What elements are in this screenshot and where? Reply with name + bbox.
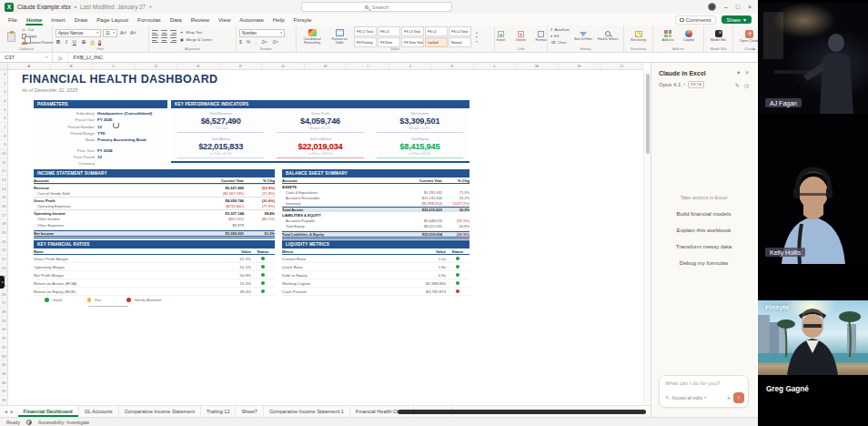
formula-input[interactable]: FXB_LI_INC	[68, 55, 103, 60]
align-top-icon[interactable]	[152, 30, 158, 36]
wrap-text-button[interactable]: ↩Wrap Text	[179, 30, 202, 36]
cell-style-chip[interactable]: FS L3	[378, 26, 400, 36]
cut-button[interactable]: ✂Cut	[22, 27, 53, 33]
row-header[interactable]: 20	[0, 238, 7, 247]
panel-collapse-icon[interactable]: ▾	[737, 69, 740, 76]
row-header[interactable]: 18	[0, 219, 7, 228]
user-avatar[interactable]	[708, 3, 716, 11]
font-name-select[interactable]: Aptos Narrow▾	[56, 29, 101, 37]
cell-style-chip[interactable]: Normal	[449, 37, 471, 47]
vertical-scrollbar-thumb[interactable]	[646, 74, 650, 154]
sheet-tab[interactable]: Financial Dashboard	[18, 406, 79, 417]
row-header[interactable]: 27	[0, 299, 7, 308]
row-header[interactable]: 7	[0, 123, 7, 132]
send-button[interactable]: ↑	[733, 392, 744, 403]
title-chevron-icon[interactable]: ▾	[149, 5, 151, 9]
sheet-tab[interactable]: Comparative Income Statement	[119, 406, 201, 417]
column-header[interactable]: D	[136, 63, 178, 69]
row-header[interactable]: 37	[0, 387, 7, 396]
row-header[interactable]: 19	[0, 228, 7, 238]
align-left-icon[interactable]	[152, 37, 158, 43]
column-header[interactable]: E	[177, 63, 220, 69]
ribbon-tab[interactable]: Page Layout	[92, 14, 133, 25]
model-chevron-icon[interactable]: ▾	[683, 83, 685, 86]
shrink-font-button[interactable]: A˅	[129, 30, 137, 36]
row-header[interactable]: 35	[0, 370, 7, 379]
font-color-button[interactable]: A	[98, 39, 102, 45]
sheet-tab[interactable]: Comparative Income Statement 1	[264, 406, 350, 417]
increase-decimal-button[interactable]: .0˂	[261, 39, 267, 45]
row-header[interactable]: 6	[0, 114, 7, 123]
decrease-decimal-button[interactable]: .0˃	[272, 39, 278, 45]
row-headers[interactable]: 1234567891011121314151617181920212223242…	[0, 70, 8, 405]
column-header[interactable]: I	[347, 63, 389, 69]
column-header[interactable]: F	[220, 63, 263, 69]
accept-edits-dropdown[interactable]: Accept all edits▾	[672, 395, 706, 401]
underline-button[interactable]: U	[72, 39, 77, 45]
ribbon-tab[interactable]: Data	[166, 14, 187, 25]
cell-style-chip[interactable]: FS Sum	[378, 37, 400, 47]
cell-style-chip[interactable]: FS Posting	[354, 37, 377, 47]
column-header[interactable]: J	[389, 63, 432, 69]
gallery-up-icon[interactable]: ▴	[476, 31, 478, 35]
row-header[interactable]: 29	[0, 317, 7, 326]
vertical-scrollbar[interactable]	[643, 70, 651, 405]
conditional-formatting-button[interactable]: Conditional Formatting	[299, 29, 325, 45]
format-as-table-button[interactable]: Format as Table	[328, 29, 351, 45]
fill-button[interactable]: ▾Fill	[550, 34, 570, 39]
suggestion-button[interactable]: Build financial models	[651, 210, 756, 217]
cell-style-chip[interactable]: FS L4 Total	[449, 26, 471, 36]
row-header[interactable]: 38	[0, 396, 7, 405]
ribbon-tab[interactable]: Draw	[70, 14, 92, 25]
number-format-select[interactable]: Number▾	[239, 29, 285, 37]
row-header[interactable]: 30	[0, 325, 7, 334]
model-wiz-button[interactable]: Model Wiz	[711, 30, 727, 42]
new-chat-icon[interactable]: ✎	[735, 82, 740, 88]
attach-button[interactable]: +	[727, 395, 731, 401]
suggestion-button[interactable]: Debug my formulas	[651, 259, 756, 266]
share-button[interactable]: Share▾	[722, 15, 752, 24]
suggestion-button[interactable]: Explain this workbook	[651, 227, 756, 233]
sensitivity-button[interactable]: Sensitivity	[631, 31, 647, 42]
ribbon-tab[interactable]: Automate	[235, 14, 267, 25]
participant-tile-1[interactable]: AJ Fagan	[758, 3, 868, 114]
align-middle-icon[interactable]	[161, 30, 167, 36]
row-header[interactable]: 9	[0, 140, 7, 149]
column-headers[interactable]: ABCDEFGHIJKLMNO	[8, 63, 643, 70]
row-header[interactable]: 11	[0, 158, 7, 167]
addins-button[interactable]: Add-ins	[660, 30, 676, 42]
merge-center-button[interactable]: ▣Merge & Center	[179, 37, 212, 43]
column-header[interactable]: M	[516, 63, 559, 69]
model-selector[interactable]: Opus 4.1	[659, 82, 681, 87]
sheet-tab[interactable]: Trailing 12	[201, 406, 236, 417]
copilot-button[interactable]: Copilot	[681, 30, 697, 42]
open-claude-button[interactable]: ✳Open Claude	[740, 30, 758, 43]
ribbon-tab[interactable]: File	[4, 14, 22, 25]
delete-cells-button[interactable]: ×Delete	[513, 31, 530, 42]
row-header[interactable]: 14	[0, 185, 7, 194]
row-header[interactable]: 15	[0, 193, 7, 202]
column-header[interactable]: L	[474, 63, 517, 69]
participant-tile-3[interactable]: Finsyte Greg Gagné	[758, 267, 868, 426]
participant-tile-2[interactable]: Kelly Hollis	[758, 117, 868, 264]
sheet-tab[interactable]: GL Accounts	[79, 406, 119, 417]
find-select-button[interactable]: Find & Select	[597, 31, 619, 41]
tab-scroll-left-icon[interactable]: ◂	[5, 409, 7, 414]
name-box[interactable]: C37▾	[0, 53, 53, 62]
borders-button[interactable]: ⊞	[81, 39, 87, 45]
column-header[interactable]: A	[8, 63, 51, 69]
cell-style-chip[interactable]: FS L4	[425, 26, 448, 36]
paste-button[interactable]	[3, 32, 19, 42]
bold-button[interactable]: B	[56, 39, 61, 45]
copy-button[interactable]: Copy	[22, 34, 53, 39]
row-header[interactable]: 10	[0, 149, 7, 158]
accessibility-status[interactable]: Accessibility: Investigate	[38, 420, 89, 425]
cell-style-chip[interactable]: FS L2 Total	[354, 26, 377, 36]
close-button[interactable]: ×	[748, 3, 752, 11]
row-header[interactable]: 21	[0, 246, 7, 255]
suggestion-button[interactable]: Transform messy data	[651, 243, 756, 249]
overlay-collapse-handle[interactable]: ◂	[0, 276, 5, 289]
horizontal-scrollbar-thumb[interactable]	[398, 410, 646, 414]
clear-button[interactable]: ⌫Clear	[550, 40, 570, 46]
percent-format-button[interactable]: %	[247, 39, 250, 45]
